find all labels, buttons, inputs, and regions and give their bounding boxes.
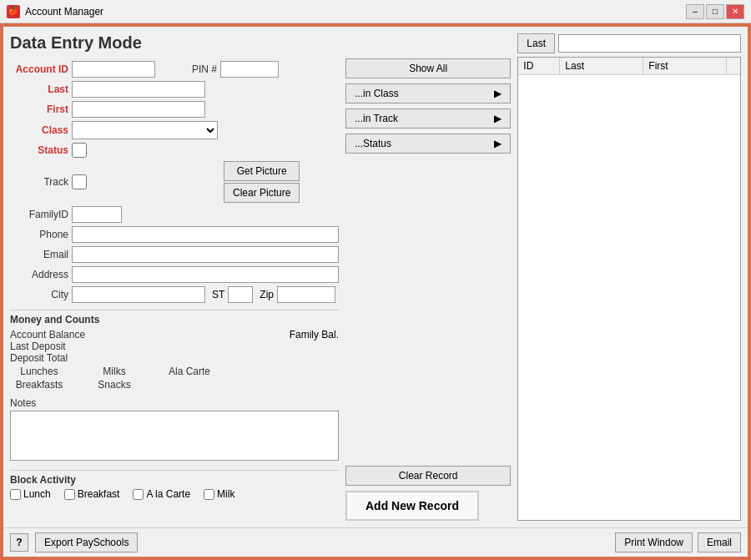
block-activity-section: Block Activity Lunch Breakfast A la Cart… xyxy=(10,470,339,500)
notes-label: Notes xyxy=(10,397,339,409)
family-bal-label: Family Bal. xyxy=(290,329,339,341)
status-button[interactable]: ...Status ▶ xyxy=(345,134,511,154)
records-table: ID Last First xyxy=(517,57,741,521)
email-input[interactable] xyxy=(72,246,339,263)
st-label: ST xyxy=(212,289,224,300)
search-row: Last xyxy=(517,33,741,53)
page-title: Data Entry Mode xyxy=(10,33,339,53)
lunch-checkbox-label: Lunch xyxy=(23,488,51,500)
deposit-total-row: Deposit Total xyxy=(10,352,339,364)
first-input[interactable] xyxy=(72,101,205,118)
phone-input[interactable] xyxy=(72,226,339,243)
last-row: Last xyxy=(10,81,339,98)
milk-checkbox[interactable] xyxy=(204,489,214,500)
title-bar: 🍎 Account Manager – □ ✕ xyxy=(0,0,751,23)
bottom-right: Print Window Email xyxy=(615,532,741,552)
block-activity-checkboxes: Lunch Breakfast A la Carte Milk xyxy=(10,488,339,500)
class-row: Class Gin Class Track xyxy=(10,121,339,139)
title-bar-buttons: – □ ✕ xyxy=(686,4,744,19)
in-track-arrow-icon: ▶ xyxy=(494,113,502,124)
clear-record-button[interactable]: Clear Record xyxy=(345,466,511,486)
lunches-label: Lunches xyxy=(10,366,68,377)
minimize-button[interactable]: – xyxy=(686,4,704,19)
get-picture-button[interactable]: Get Picture xyxy=(224,161,300,181)
snacks-label: Snacks xyxy=(85,379,144,391)
lunch-checkbox[interactable] xyxy=(10,489,21,500)
status-row: Status xyxy=(10,143,339,158)
city-input[interactable] xyxy=(72,286,205,303)
search-input[interactable] xyxy=(558,34,741,53)
close-button[interactable]: ✕ xyxy=(726,4,744,19)
ala-carte-checkbox[interactable] xyxy=(133,489,144,500)
main-window: Data Entry Mode Account ID PIN # Last Fi… xyxy=(3,27,748,557)
track-label: Track xyxy=(10,176,68,188)
account-id-row: Account ID PIN # xyxy=(10,61,339,78)
notes-textarea[interactable] xyxy=(10,411,339,461)
zip-input[interactable] xyxy=(277,286,335,303)
breakfast-checkbox[interactable] xyxy=(64,489,75,500)
content-area: Data Entry Mode Account ID PIN # Last Fi… xyxy=(3,27,748,527)
print-window-button[interactable]: Print Window xyxy=(615,532,693,552)
table-header-id: ID xyxy=(518,58,560,74)
familyid-label: FamilyID xyxy=(10,209,68,220)
class-select[interactable]: Gin Class Track xyxy=(72,121,218,139)
account-id-input[interactable] xyxy=(72,61,155,78)
address-input[interactable] xyxy=(72,266,339,283)
deposit-total-label: Deposit Total xyxy=(10,352,73,364)
in-track-button[interactable]: ...in Track ▶ xyxy=(345,108,511,129)
pin-label: PIN # xyxy=(192,63,217,75)
status-arrow-icon: ▶ xyxy=(494,138,502,149)
familyid-input[interactable] xyxy=(72,206,122,223)
in-class-button[interactable]: ...in Class ▶ xyxy=(345,83,511,103)
counts-row-2: Breakfasts Snacks xyxy=(10,379,339,391)
left-panel: Data Entry Mode Account ID PIN # Last Fi… xyxy=(10,33,339,521)
window-title: Account Manager xyxy=(25,6,103,18)
add-new-record-button[interactable]: Add New Record xyxy=(345,491,479,521)
money-title: Money and Counts xyxy=(10,314,339,325)
city-row: City ST Zip xyxy=(10,286,339,303)
phone-label: Phone xyxy=(10,229,68,240)
title-bar-left: 🍎 Account Manager xyxy=(7,5,103,18)
address-row: Address xyxy=(10,266,339,283)
clear-picture-button[interactable]: Clear Picture xyxy=(224,183,300,203)
last-label: Last xyxy=(10,83,68,95)
money-section: Money and Counts Account Balance Family … xyxy=(10,310,339,391)
notes-section: Notes xyxy=(10,397,339,463)
email-label: Email xyxy=(10,249,68,260)
spacer xyxy=(345,159,511,461)
status-label: Status xyxy=(10,144,68,156)
middle-panel: Show All ...in Class ▶ ...in Track ▶ ...… xyxy=(345,33,511,521)
address-label: Address xyxy=(10,269,68,280)
first-row: First xyxy=(10,101,339,118)
st-input[interactable] xyxy=(228,286,253,303)
help-button[interactable]: ? xyxy=(10,533,28,552)
export-payschools-button[interactable]: Export PaySchools xyxy=(35,532,138,552)
table-header-last: Last xyxy=(560,58,643,74)
show-all-button[interactable]: Show All xyxy=(345,58,511,78)
email-button[interactable]: Email xyxy=(698,532,741,552)
last-deposit-label: Last Deposit xyxy=(10,341,71,352)
breakfasts-label: Breakfasts xyxy=(10,379,68,391)
bottom-bar: ? Export PaySchools Print Window Email xyxy=(3,527,748,557)
account-balance-label: Account Balance xyxy=(10,329,90,341)
track-checkbox[interactable] xyxy=(72,174,87,189)
last-search-button[interactable]: Last xyxy=(517,33,555,53)
bottom-left: ? Export PaySchools xyxy=(10,532,138,552)
status-checkbox[interactable] xyxy=(72,143,87,158)
last-input[interactable] xyxy=(72,81,205,98)
city-label: City xyxy=(10,289,68,300)
lunch-checkbox-item: Lunch xyxy=(10,488,51,500)
block-activity-title: Block Activity xyxy=(10,474,339,486)
breakfast-checkbox-label: Breakfast xyxy=(78,488,120,500)
ala-carte-label: Ala Carte xyxy=(160,366,219,377)
maximize-button[interactable]: □ xyxy=(706,4,724,19)
balance-row: Account Balance Family Bal. xyxy=(10,329,339,341)
counts-row-1: Lunches Milks Ala Carte xyxy=(10,366,339,377)
familyid-row: FamilyID xyxy=(10,206,339,223)
pin-input[interactable] xyxy=(220,61,279,78)
phone-row: Phone xyxy=(10,226,339,243)
last-deposit-row: Last Deposit xyxy=(10,341,339,352)
app-icon: 🍎 xyxy=(7,5,20,18)
class-label: Class xyxy=(10,124,68,136)
breakfast-checkbox-item: Breakfast xyxy=(64,488,120,500)
